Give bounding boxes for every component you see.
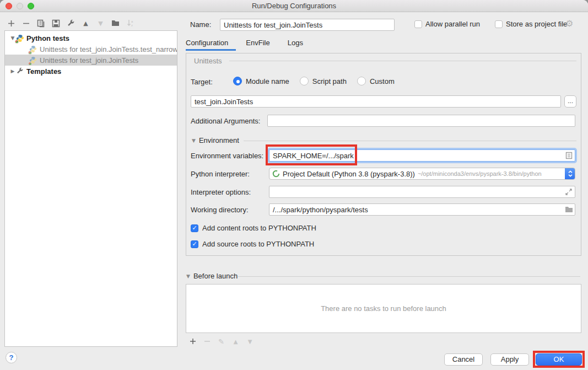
tab-envfile[interactable]: EnvFile [246,39,269,50]
store-as-project-file-label: Store as project file [506,20,567,28]
tree-item-label: Unittests for test_join.JoinTests.test_n… [40,45,177,53]
name-label: Name: [190,20,211,29]
checkbox-checked-icon[interactable]: ✓ [191,240,198,248]
working-directory-input[interactable] [269,203,575,216]
tab-logs[interactable]: Logs [288,39,303,50]
radio-module-name-label[interactable]: Module name [246,77,289,85]
python-interpreter-path: ~/opt/miniconda3/envs/pyspark-3.8/bin/py… [418,170,542,177]
test-run-badge [28,51,32,55]
interpreter-options-label: Interpreter options: [191,188,251,196]
templates-wrench-icon [16,67,24,76]
group-divider [238,276,580,277]
group-divider [244,141,576,141]
environment-variables-label: Environment variables: [191,152,263,160]
radio-module-name[interactable] [233,77,242,85]
remove-icon[interactable] [21,19,31,28]
target-input[interactable] [191,95,561,108]
radio-script-path[interactable] [300,77,309,85]
working-directory-label: Working directory: [191,206,249,214]
store-as-project-file-checkbox[interactable]: Store as project file [495,20,567,28]
save-icon[interactable] [51,19,61,28]
tree-item-config-narrow[interactable]: Unittests for test_join.JoinTests.test_n… [5,44,177,55]
radio-script-path-label[interactable]: Script path [312,77,347,85]
tree-item-config-jointests[interactable]: Unittests for test_join.JoinTests [5,55,177,66]
add-icon[interactable] [7,19,16,28]
python-tests-icon [16,34,24,42]
configuration-panel: Unittests Target: Module name Script pat… [186,53,581,256]
add-icon[interactable] [188,337,197,346]
svg-text:a: a [131,20,133,23]
add-source-roots-checkbox[interactable]: ✓ Add source roots to PYTHONPATH [191,240,314,248]
before-launch-toolbar: ✎ ▲ ▼ [188,336,255,346]
checkbox-checked-icon[interactable]: ✓ [191,224,198,232]
titlebar: Run/Debug Configurations [0,0,588,12]
tab-configuration[interactable]: Configuration [186,39,228,50]
interpreter-options-input[interactable] [269,186,575,198]
move-down-icon[interactable]: ▼ [96,19,105,28]
edit-templates-icon[interactable] [66,19,75,28]
help-button[interactable]: ? [6,352,17,363]
tree-item-python-tests[interactable]: ▼ Python tests [5,33,177,44]
apply-button[interactable]: Apply [490,353,529,366]
before-launch-label: Before launch [193,272,238,280]
environment-variables-input[interactable] [269,149,575,162]
checkbox-unchecked-icon[interactable] [495,20,503,28]
python-test-config-icon [29,45,37,53]
before-launch-section-header[interactable]: ▼ Before launch [186,272,238,280]
python-interpreter-value: Project Default (Python 3.8 (pyspark-3.8… [283,170,415,178]
move-down-icon[interactable]: ▼ [245,337,255,346]
add-source-roots-label: Add source roots to PYTHONPATH [202,240,314,248]
radio-custom-label[interactable]: Custom [370,77,395,85]
additional-arguments-label: Additional Arguments: [191,117,260,125]
before-launch-task-list: There are no tasks to run before launch [186,284,581,333]
tree-item-label: Python tests [26,34,69,42]
conda-environment-icon [272,170,280,178]
window-title: Run/Debug Configurations [0,2,588,10]
unittests-group-label: Unittests [194,57,222,65]
target-options: Module name Script path Custom [233,74,395,88]
python-interpreter-select[interactable]: Project Default (Python 3.8 (pyspark-3.8… [269,168,575,180]
move-up-icon[interactable]: ▲ [231,337,240,346]
python-test-config-icon [29,56,37,65]
tree-item-templates[interactable]: ▶ Templates [5,66,177,77]
tree-item-label: Unittests for test_join.JoinTests [40,56,138,65]
remove-icon[interactable] [202,337,212,346]
add-content-roots-label: Add content roots to PYTHONPATH [202,224,316,232]
before-launch-empty-message: There are no tasks to run before launch [321,304,446,313]
svg-text:z: z [131,24,133,27]
gear-icon[interactable]: ⚙ [565,18,573,29]
allow-parallel-run-checkbox[interactable]: Allow parallel run [414,20,480,28]
test-run-badge [28,62,32,66]
collapse-triangle-icon[interactable]: ▼ [192,138,196,143]
configurations-toolbar: ▲ ▼ az [7,18,135,29]
target-label: Target: [191,78,213,86]
name-input[interactable] [220,19,395,31]
edit-icon[interactable]: ✎ [217,337,226,346]
config-tabs: Configuration EnvFile Logs [186,39,303,50]
additional-arguments-input[interactable] [267,115,575,127]
environment-section-label: Environment [199,136,239,144]
move-up-icon[interactable]: ▲ [81,19,90,28]
copy-icon[interactable] [36,19,46,28]
folder-icon[interactable] [564,205,573,214]
expand-field-icon[interactable] [564,187,573,196]
browse-button[interactable]: ... [564,95,576,108]
checkbox-unchecked-icon[interactable] [414,20,422,28]
configurations-tree: ▼ Python tests Unittests for test_join.J… [4,30,177,347]
test-run-badge [15,40,19,44]
edit-variables-icon[interactable] [564,151,573,160]
combo-stepper-icon[interactable] [565,168,575,180]
active-tab-underline [186,49,236,51]
expander-right-icon[interactable]: ▶ [9,68,16,74]
sort-icon[interactable]: az [126,19,135,28]
environment-section-header[interactable]: ▼ Environment [192,136,239,144]
radio-custom[interactable] [357,77,366,85]
tree-item-label: Templates [26,67,61,76]
allow-parallel-run-label: Allow parallel run [425,20,480,28]
collapse-triangle-icon[interactable]: ▼ [186,274,190,279]
add-content-roots-checkbox[interactable]: ✓ Add content roots to PYTHONPATH [191,224,316,232]
new-folder-icon[interactable] [111,19,120,28]
ok-button[interactable]: OK [536,353,582,366]
run-debug-configurations-dialog: Run/Debug Configurations ▲ ▼ az ▼ Python [0,0,588,370]
cancel-button[interactable]: Cancel [444,353,483,366]
